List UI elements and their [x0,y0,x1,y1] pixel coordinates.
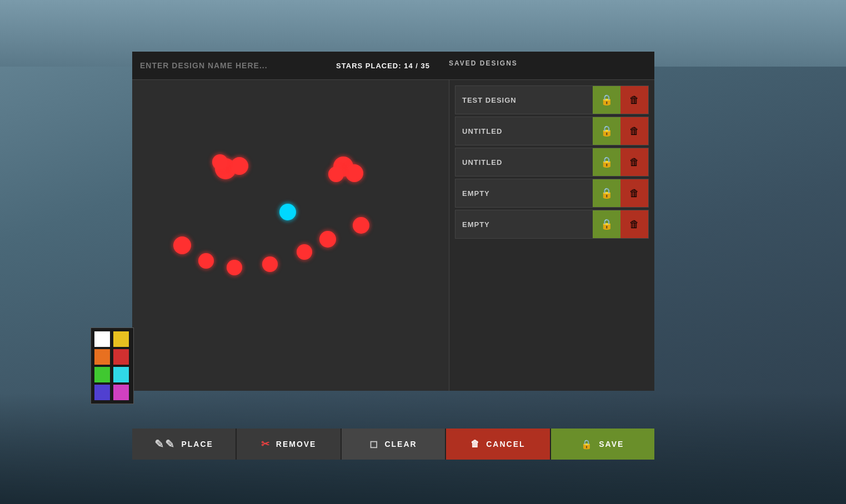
cancel-label: CANCEL [486,440,525,448]
save-button[interactable]: 🔒 SAVE [551,429,654,460]
eraser-icon: ◻ [369,438,379,450]
star-dot[interactable] [319,231,336,248]
star-dot[interactable] [262,256,278,272]
design-row: EMPTY🔒🗑 [455,179,649,208]
star-dot[interactable] [212,154,228,170]
star-dot[interactable] [353,217,369,234]
saved-designs-title: SAVED DESIGNS [447,57,647,74]
star-canvas[interactable] [132,80,449,391]
remove-label: REMOVE [276,440,317,448]
color-swatch-magenta[interactable] [113,385,129,400]
design-delete-button[interactable]: 🗑 [620,210,648,238]
stars-max: 35 [421,62,430,70]
star-dot[interactable] [173,236,191,254]
color-swatch-orange[interactable] [94,349,110,365]
color-swatch-yellow[interactable] [113,331,129,347]
place-button[interactable]: ✎ PLACE [132,429,237,460]
design-delete-button[interactable]: 🗑 [620,179,648,207]
design-save-button[interactable]: 🔒 [593,210,620,238]
color-swatch-white[interactable] [94,331,110,347]
stars-placed-label: STARS PLACED: 14 / 35 [336,62,430,70]
star-dot[interactable] [297,244,312,260]
clear-label: CLEAR [384,440,417,448]
design-save-button[interactable]: 🔒 [593,86,620,114]
color-swatch-cyan[interactable] [113,367,129,382]
save-icon: 🔒 [581,439,593,450]
design-row: UNTITLED🔒🗑 [455,148,649,177]
design-save-button[interactable]: 🔒 [593,179,620,207]
design-row-name: UNTITLED [455,119,593,143]
star-dot[interactable] [279,204,296,220]
design-row-name: TEST DESIGN [455,88,593,112]
design-delete-button[interactable]: 🗑 [620,148,648,176]
star-dot[interactable] [231,157,248,175]
color-swatch-green[interactable] [94,367,110,382]
modal-body: TEST DESIGN🔒🗑UNTITLED🔒🗑UNTITLED🔒🗑EMPTY🔒🗑… [132,80,654,391]
star-dot[interactable] [198,253,214,269]
toolbar: ✎ PLACE ✂ REMOVE ◻ CLEAR 🗑 CANCEL 🔒 SAVE [132,429,654,460]
color-swatch-blue[interactable] [94,385,110,400]
design-name-input[interactable] [140,61,325,70]
trash-icon: 🗑 [470,439,480,449]
clear-button[interactable]: ◻ CLEAR [342,429,446,460]
designs-list: TEST DESIGN🔒🗑UNTITLED🔒🗑UNTITLED🔒🗑EMPTY🔒🗑… [455,85,649,239]
design-delete-button[interactable]: 🗑 [620,86,648,114]
color-swatch-red[interactable] [113,349,129,365]
stars-current: 14 [404,62,413,70]
design-row: UNTITLED🔒🗑 [455,117,649,145]
star-dot[interactable] [227,260,242,275]
place-label: PLACE [181,440,213,448]
design-row-name: EMPTY [455,182,593,205]
modal: STARS PLACED: 14 / 35 SAVED DESIGNS TEST… [132,52,654,391]
design-row-name: UNTITLED [455,150,593,174]
design-delete-button[interactable]: 🗑 [620,117,648,145]
remove-icon: ✂ [261,438,271,450]
star-dot[interactable] [328,167,344,182]
save-label: SAVE [599,440,624,448]
remove-button[interactable]: ✂ REMOVE [237,429,341,460]
design-row: TEST DESIGN🔒🗑 [455,85,649,114]
color-palette [91,327,134,404]
design-row-name: EMPTY [455,213,593,236]
modal-header: STARS PLACED: 14 / 35 SAVED DESIGNS [132,52,654,80]
design-save-button[interactable]: 🔒 [593,117,620,145]
design-save-button[interactable]: 🔒 [593,148,620,176]
pencil-icon: ✎ [154,437,176,451]
cancel-button[interactable]: 🗑 CANCEL [446,429,550,460]
design-row: EMPTY🔒🗑 [455,210,649,239]
saved-designs-sidebar: TEST DESIGN🔒🗑UNTITLED🔒🗑UNTITLED🔒🗑EMPTY🔒🗑… [449,80,654,391]
star-dot[interactable] [346,164,363,182]
